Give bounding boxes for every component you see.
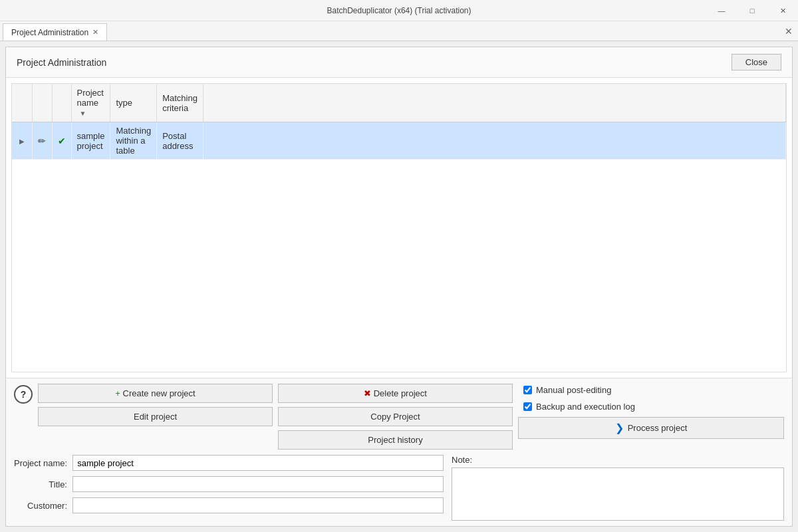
app-title: BatchDeduplicator (x64) (Trial activatio… [327, 6, 471, 15]
table-header: Project name ▼ type Matching criteria [12, 84, 786, 122]
minimize-button[interactable]: — [706, 0, 737, 21]
manual-post-editing-label: Manual post-editing [536, 385, 611, 395]
center-buttons: ✖ Delete project Copy Project Project hi… [278, 384, 513, 450]
row-spacer [203, 122, 785, 160]
create-icon: + [115, 388, 122, 398]
col-spacer [203, 84, 785, 122]
project-history-button[interactable]: Project history [278, 430, 513, 450]
col-type: type [110, 84, 157, 122]
window-title: Project Administration [17, 57, 106, 68]
row-arrow: ▶ [12, 122, 32, 160]
table-body: ▶ ✏ ✔ sample project Matching within a t… [12, 122, 786, 160]
left-buttons: + Create new project Edit project [38, 384, 273, 426]
buttons-area: ? + Create new project Edit project ✖ De… [14, 384, 784, 450]
app-close-button[interactable]: ✕ [767, 0, 798, 21]
edit-pencil-icon[interactable]: ✏ [38, 136, 46, 146]
form-right: Note: [452, 455, 784, 521]
main-window: Project Administration Close Project nam… [5, 47, 793, 527]
customer-input[interactable] [72, 497, 444, 513]
note-label: Note: [452, 455, 784, 465]
row-project-name: sample project [71, 122, 110, 160]
delete-icon: ✖ [364, 388, 374, 398]
tab-project-administration[interactable]: Project Administration ✕ [3, 23, 107, 41]
right-panel: Manual post-editing Backup and execution… [518, 384, 784, 439]
title-bar: BatchDeduplicator (x64) (Trial activatio… [0, 0, 798, 21]
process-project-button[interactable]: ❯ Process project [518, 417, 784, 439]
backup-execution-log-label: Backup and execution log [536, 402, 635, 412]
note-textarea[interactable] [452, 467, 784, 521]
tab-close-icon[interactable]: ✕ [92, 29, 98, 36]
manual-post-editing-checkbox[interactable] [523, 386, 532, 394]
row-type: Matching within a table [110, 122, 157, 160]
backup-execution-log-checkbox[interactable] [523, 402, 532, 411]
sort-arrow-icon: ▼ [80, 110, 86, 117]
table-row[interactable]: ▶ ✏ ✔ sample project Matching within a t… [12, 122, 786, 160]
row-status-cell: ✔ [52, 122, 71, 160]
project-table: Project name ▼ type Matching criteria ▶ … [12, 84, 786, 160]
col-matching-criteria: Matching criteria [157, 84, 203, 122]
col-edit [32, 84, 52, 122]
col-arrow [12, 84, 32, 122]
form-left: Project name: Title: Customer: [14, 455, 444, 521]
col-status [52, 84, 71, 122]
row-matching-criteria: Postal address [157, 122, 203, 160]
edit-project-button[interactable]: Edit project [38, 407, 273, 426]
form-area: Project name: Title: Customer: Note: [14, 455, 784, 521]
title-row: Title: [14, 476, 444, 492]
project-name-label: Project name: [14, 458, 67, 468]
tab-label: Project Administration [11, 28, 88, 37]
status-check-icon: ✔ [58, 136, 66, 146]
window-header: Project Administration Close [6, 47, 792, 78]
help-button[interactable]: ? [14, 385, 33, 404]
project-table-container: Project name ▼ type Matching criteria ▶ … [11, 83, 787, 372]
row-edit-cell: ✏ [32, 122, 52, 160]
manual-post-editing-row: Manual post-editing [518, 384, 784, 396]
title-label: Title: [14, 479, 67, 489]
tab-bar-close-icon[interactable]: ✕ [785, 26, 793, 37]
close-button[interactable]: Close [732, 54, 781, 70]
col-project-name[interactable]: Project name ▼ [71, 84, 110, 122]
process-arrow-icon: ❯ [615, 422, 624, 434]
customer-label: Customer: [14, 501, 67, 511]
title-input[interactable] [72, 476, 444, 492]
delete-project-button[interactable]: ✖ Delete project [278, 384, 513, 403]
project-name-input[interactable] [72, 455, 444, 471]
backup-execution-log-row: Backup and execution log [518, 400, 784, 413]
copy-project-button[interactable]: Copy Project [278, 407, 513, 426]
create-new-project-button[interactable]: + Create new project [38, 384, 273, 403]
bottom-panel: ? + Create new project Edit project ✖ De… [6, 378, 792, 526]
maximize-button[interactable]: □ [737, 0, 767, 21]
tab-bar: Project Administration ✕ ✕ [0, 21, 798, 41]
customer-row: Customer: [14, 497, 444, 513]
title-bar-controls: — □ ✕ [706, 0, 798, 21]
project-name-row: Project name: [14, 455, 444, 471]
